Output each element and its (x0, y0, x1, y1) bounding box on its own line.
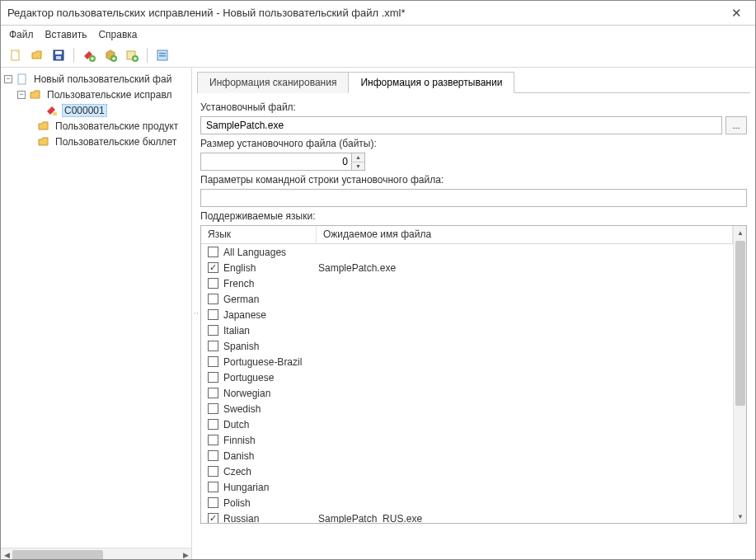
product-add-icon (104, 49, 117, 62)
menu-insert[interactable]: Вставить (45, 29, 87, 40)
language-checkbox[interactable] (208, 294, 218, 304)
table-row[interactable]: Swedish (201, 401, 733, 416)
table-row[interactable]: All Languages (201, 244, 733, 260)
spin-down-button[interactable]: ▼ (352, 162, 364, 171)
install-file-input[interactable] (200, 116, 722, 134)
svg-rect-2 (55, 51, 62, 54)
svg-rect-9 (159, 53, 166, 54)
scroll-thumb[interactable] (12, 550, 103, 560)
svg-rect-3 (56, 56, 61, 59)
tree-patch-item[interactable]: C000001 (1, 102, 191, 118)
language-name: Swedish (223, 403, 318, 415)
scroll-down-icon[interactable]: ▼ (734, 510, 747, 523)
tab-scan-info[interactable]: Информация сканирования (197, 72, 349, 93)
language-checkbox[interactable] (208, 247, 218, 257)
language-name: Italian (223, 325, 318, 336)
cmdline-input[interactable] (200, 189, 747, 207)
table-row[interactable]: Portuguese-Brazil (201, 354, 733, 369)
language-checkbox[interactable] (208, 372, 218, 383)
table-row[interactable]: Norwegian (201, 385, 733, 401)
close-button[interactable]: ✕ (724, 6, 749, 21)
add-patch-button[interactable] (81, 47, 97, 64)
svg-rect-12 (53, 112, 57, 115)
language-checkbox[interactable] (208, 356, 218, 367)
save-button[interactable] (50, 47, 67, 64)
tree-products[interactable]: Пользовательские продукт (1, 118, 191, 134)
language-checkbox[interactable] (208, 482, 218, 492)
language-checkbox[interactable] (208, 388, 218, 398)
add-product-button[interactable] (102, 47, 119, 64)
table-row[interactable]: Portuguese (201, 369, 733, 385)
table-row[interactable]: Czech (201, 464, 733, 479)
table-row[interactable]: Danish (201, 448, 733, 464)
tree-h-scrollbar[interactable]: ◀ ▶ (1, 548, 191, 560)
language-name: Russian (223, 513, 318, 524)
table-row[interactable]: ✓EnglishSamplePatch.exe (201, 260, 733, 275)
scroll-thumb[interactable] (735, 241, 745, 406)
menu-bar: Файл Вставить Справка (1, 26, 755, 44)
scroll-left-icon[interactable]: ◀ (1, 548, 12, 560)
patch-add-icon (82, 49, 96, 62)
title-bar: Редактор пользовательских исправлений - … (1, 1, 755, 26)
table-row[interactable]: Japanese (201, 307, 733, 322)
table-row[interactable]: Dutch (201, 416, 733, 432)
size-label: Размер установочного файла (байты): (200, 138, 747, 149)
patch-icon (45, 104, 59, 117)
language-name: English (223, 262, 318, 274)
table-v-scrollbar[interactable]: ▲ ▼ (733, 226, 746, 523)
language-checkbox[interactable] (208, 309, 218, 320)
language-name: Danish (223, 450, 318, 462)
tree-pane: − Новый пользовательский фай − Пользоват… (1, 68, 192, 560)
language-checkbox[interactable] (208, 341, 218, 351)
col-language[interactable]: Язык (201, 226, 317, 243)
language-name: Dutch (223, 419, 318, 431)
language-checkbox[interactable]: ✓ (208, 513, 218, 523)
tab-deploy-info[interactable]: Информация о развертывании (348, 72, 514, 93)
collapse-icon[interactable]: − (17, 91, 26, 99)
size-input[interactable] (200, 153, 352, 171)
language-checkbox[interactable] (208, 450, 218, 461)
language-name: Norwegian (223, 388, 318, 399)
cmdline-label: Параметры командной строки установочного… (200, 174, 747, 186)
spin-up-button[interactable]: ▲ (352, 153, 364, 162)
language-name: German (223, 294, 318, 305)
properties-icon (156, 49, 169, 62)
properties-button[interactable] (154, 47, 171, 64)
language-checkbox[interactable] (208, 466, 218, 477)
main-area: − Новый пользовательский фай − Пользоват… (1, 68, 755, 560)
table-row[interactable]: Finnish (201, 432, 733, 448)
tree-patches[interactable]: − Пользовательские исправл (1, 87, 191, 102)
language-checkbox[interactable] (208, 419, 218, 430)
tree-root[interactable]: − Новый пользовательский фай (1, 71, 191, 87)
language-checkbox[interactable] (208, 403, 218, 414)
table-row[interactable]: Polish (201, 495, 733, 511)
table-row[interactable]: Hungarian (201, 479, 733, 495)
toolbar (1, 44, 755, 68)
scroll-up-icon[interactable]: ▲ (734, 226, 747, 239)
browse-button[interactable]: ... (725, 116, 747, 134)
collapse-icon[interactable]: − (4, 75, 12, 83)
language-checkbox[interactable]: ✓ (208, 262, 218, 273)
language-checkbox[interactable] (208, 435, 218, 445)
col-filename[interactable]: Ожидаемое имя файла (317, 226, 733, 243)
new-file-icon (9, 49, 22, 62)
table-row[interactable]: German (201, 291, 733, 307)
new-file-button[interactable] (7, 47, 24, 64)
table-row[interactable]: French (201, 275, 733, 291)
table-row[interactable]: Italian (201, 322, 733, 338)
language-checkbox[interactable] (208, 497, 218, 508)
language-name: Polish (223, 497, 318, 509)
menu-help[interactable]: Справка (98, 29, 137, 40)
menu-file[interactable]: Файл (9, 29, 34, 40)
languages-table: Язык Ожидаемое имя файла All Languages✓E… (200, 225, 747, 524)
right-pane: Информация сканирования Информация о раз… (197, 68, 755, 560)
add-bulletin-button[interactable] (124, 47, 140, 64)
open-file-button[interactable] (29, 47, 45, 64)
scroll-right-icon[interactable]: ▶ (180, 548, 191, 560)
tree-bulletins[interactable]: Пользовательские бюллет (1, 134, 191, 149)
language-checkbox[interactable] (208, 278, 218, 289)
table-row[interactable]: Spanish (201, 338, 733, 354)
language-checkbox[interactable] (208, 325, 218, 336)
table-row[interactable]: ✓RussianSamplePatch_RUS.exe (201, 511, 733, 523)
svg-rect-10 (159, 55, 166, 57)
